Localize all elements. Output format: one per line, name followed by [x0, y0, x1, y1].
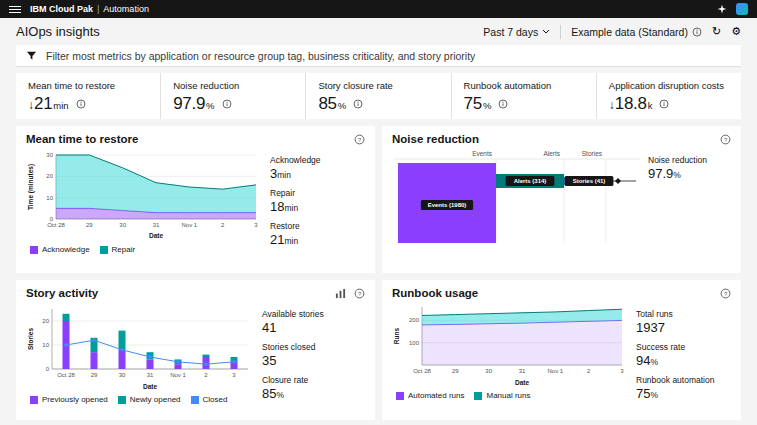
brand: IBM Cloud Pak | Automation [30, 4, 149, 14]
metric-label: Application disruption costs [609, 80, 729, 91]
svg-text:200: 200 [409, 317, 420, 323]
svg-text:Stories: Stories [582, 150, 603, 157]
stat-unit: min [284, 203, 298, 213]
stat-label: Closure rate [262, 375, 348, 385]
stat-label: Repair [270, 188, 356, 198]
metric-cell: Runbook automation 75 % [451, 73, 596, 119]
stat-label: Acknowledge [270, 155, 356, 165]
svg-text:Oct 28: Oct 28 [47, 222, 65, 228]
stat-value: 1937 [636, 320, 665, 335]
svg-text:10: 10 [42, 342, 49, 348]
menu-icon[interactable] [9, 6, 21, 13]
stat-label: Total runs [636, 309, 722, 319]
legend-label: Previously opened [42, 395, 108, 404]
info-icon[interactable] [353, 99, 363, 109]
example-data-button[interactable]: Example data (Standard) [571, 26, 702, 38]
example-data-label: Example data (Standard) [571, 26, 688, 38]
legend-swatch [474, 392, 482, 400]
svg-text:30: 30 [119, 222, 126, 228]
stat-unit: % [650, 390, 658, 400]
metric-unit: % [338, 100, 346, 111]
avatar[interactable] [736, 3, 748, 15]
svg-text:31: 31 [147, 372, 154, 378]
info-icon[interactable] [76, 99, 86, 109]
stat-unit: min [284, 236, 298, 246]
stat-label: Stories closed [262, 342, 348, 352]
settings-gear-icon[interactable]: ⚙ [731, 26, 741, 37]
card-stats: Available stories 41 Stories closed 35 C… [262, 301, 348, 420]
stat-value: 97.9 [648, 166, 673, 181]
svg-text:Stories: Stories [27, 328, 34, 350]
metric-value: 97.9 [173, 94, 205, 114]
stat-value: 85 [262, 386, 276, 401]
stat-unit: % [650, 357, 658, 367]
info-icon[interactable] [222, 99, 232, 109]
legend-item[interactable]: Acknowledge [30, 245, 90, 254]
metrics-summary: Mean time to restore ↓ 21 min Noise redu… [16, 73, 741, 119]
legend-label: Newly opened [130, 395, 181, 404]
help-icon[interactable]: ? [354, 288, 365, 299]
help-icon[interactable]: ? [720, 288, 731, 299]
legend-item[interactable]: Newly opened [118, 395, 181, 404]
stat-value: 94 [636, 353, 650, 368]
svg-text:Events (1980): Events (1980) [428, 202, 467, 208]
noise-funnel-chart: EventsAlertsStoriesEvents (1980)Alerts (… [392, 147, 640, 249]
help-icon[interactable]: ? [720, 134, 731, 145]
mttr-area-chart: 0102030DateTime (minutes)Oct 28293031Nov… [26, 147, 262, 243]
filter-funnel-icon [26, 50, 37, 61]
svg-text:Oct 28: Oct 28 [413, 368, 431, 374]
svg-text:20: 20 [46, 173, 53, 179]
brand-product: Automation [103, 4, 149, 14]
legend-swatch [396, 392, 404, 400]
metric-value: 21 [34, 94, 52, 114]
help-icon[interactable]: ? [354, 134, 365, 145]
svg-text:100: 100 [409, 340, 420, 346]
svg-text:?: ? [724, 136, 728, 142]
ai-sparkle-icon[interactable] [717, 4, 727, 14]
legend-label: Closed [203, 395, 228, 404]
stat: Noise reduction 97.9% [648, 155, 720, 181]
card-title: Story activity [26, 287, 98, 299]
svg-text:?: ? [358, 290, 362, 296]
legend-item[interactable]: Repair [100, 245, 136, 254]
stat: Restore 21min [270, 221, 356, 247]
stat-label: Success rate [636, 342, 722, 352]
divider [560, 25, 561, 39]
metric-label: Mean time to restore [28, 80, 148, 91]
stat: Stories closed 35 [262, 342, 348, 368]
metric-label: Story closure rate [318, 80, 438, 91]
card-story-activity: Story activity ? 01020DateStoriesOct 282… [16, 280, 375, 420]
svg-text:Time (minutes): Time (minutes) [27, 164, 35, 210]
stat-value: 18 [270, 199, 284, 214]
info-icon[interactable] [498, 99, 508, 109]
svg-text:?: ? [724, 290, 728, 296]
legend-label: Acknowledge [42, 245, 90, 254]
svg-text:Stories (41): Stories (41) [573, 178, 606, 184]
metric-value: 85 [318, 94, 336, 114]
legend-label: Automated runs [408, 391, 464, 400]
stat-unit: % [276, 390, 284, 400]
legend-swatch [30, 396, 38, 404]
metric-value: 75 [464, 94, 482, 114]
svg-text:Runs: Runs [393, 327, 400, 344]
info-icon[interactable] [659, 99, 669, 109]
metric-label: Runbook automation [464, 80, 584, 91]
stat: Closure rate 85% [262, 375, 348, 401]
refresh-icon[interactable]: ↻ [712, 26, 721, 37]
stat: Runbook automation 75% [636, 375, 722, 401]
filter-bar[interactable]: Filter most metrics by application or re… [16, 45, 741, 67]
svg-text:30: 30 [119, 372, 126, 378]
chart-type-toggle-icon[interactable] [335, 288, 346, 299]
legend-item[interactable]: Closed [191, 395, 228, 404]
svg-text:3: 3 [254, 222, 258, 228]
info-icon [692, 27, 702, 37]
stat-value: 21 [270, 232, 284, 247]
legend-item[interactable]: Manual runs [474, 391, 530, 400]
svg-text:Date: Date [515, 379, 529, 386]
legend-item[interactable]: Previously opened [30, 395, 108, 404]
time-range-dropdown[interactable]: Past 7 days [483, 26, 550, 38]
legend-item[interactable]: Automated runs [396, 391, 464, 400]
svg-text:Date: Date [143, 383, 157, 390]
svg-text:Alerts (314): Alerts (314) [514, 178, 547, 184]
stat-value: 35 [262, 353, 276, 368]
